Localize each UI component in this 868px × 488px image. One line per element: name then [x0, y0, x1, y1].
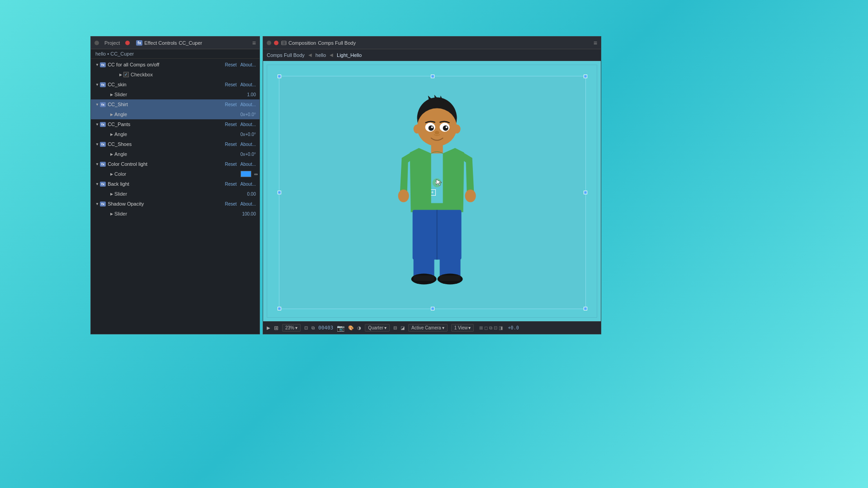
comp-menu-btn[interactable]: ≡ [594, 39, 597, 47]
expand-color-control[interactable]: ▼ [94, 161, 100, 167]
handle-top-left[interactable] [278, 75, 281, 78]
cc-shoes-about[interactable]: About... [239, 142, 258, 147]
comp-name-label: Comps Full Body [318, 40, 356, 46]
effect-group-back-light: ▼ fx Back light Reset About... ▶ Slider … [91, 179, 259, 199]
quality-dropdown[interactable]: Quarter ▾ [365, 324, 390, 332]
effect-controls-menu[interactable]: ≡ [252, 39, 256, 47]
cc-skin-about[interactable]: About... [239, 82, 258, 87]
comp-close-btn[interactable] [274, 41, 278, 45]
svg-point-19 [445, 127, 447, 128]
toolbar-color-icon[interactable]: 🎨 [348, 325, 354, 330]
handle-middle-right[interactable] [584, 191, 587, 194]
shoes-angle-value[interactable]: 0x+0.0° [241, 152, 256, 157]
cc-for-all-about[interactable]: About... [239, 62, 258, 67]
effect-row-checkbox[interactable]: ▶ Checkbox [91, 70, 259, 80]
effect-row-shadow-opacity[interactable]: ▼ fx Shadow Opacity Reset About... [91, 199, 259, 209]
viewport-inner-area: + [279, 76, 586, 309]
cc-shirt-reset[interactable]: Reset [223, 102, 238, 107]
toolbar-grid-icon[interactable]: ⊡ [304, 325, 308, 330]
comp-titlebar: Composition Comps Full Body ≡ [263, 37, 601, 49]
handle-bottom-left[interactable] [278, 307, 281, 310]
back-light-slider-value[interactable]: 0.00 [247, 192, 256, 197]
cc-for-all-reset[interactable]: Reset [223, 62, 238, 67]
camera-dropdown[interactable]: Active Camera ▾ [408, 324, 448, 332]
expand-cc-shirt[interactable]: ▼ [94, 102, 100, 107]
expand-pants-angle[interactable]: ▶ [109, 131, 114, 137]
toolbar-ruler-icon[interactable]: ⧉ [311, 325, 315, 331]
expand-shadow-opacity[interactable]: ▼ [94, 201, 100, 206]
effect-row-color[interactable]: ▶ Color ⇔ [91, 169, 259, 179]
nav-light-hello[interactable]: Light_Hello [337, 52, 362, 58]
back-light-about[interactable]: About... [239, 182, 258, 187]
handle-top-center[interactable] [431, 75, 434, 78]
effect-row-back-light-slider[interactable]: ▶ Slider 0.00 [91, 189, 259, 199]
expand-color[interactable]: ▶ [109, 171, 114, 177]
handle-middle-left[interactable] [278, 191, 281, 194]
expand-cc-shoes[interactable]: ▼ [94, 141, 100, 147]
skin-slider-value[interactable]: 1.00 [247, 92, 256, 97]
expand-shadow-slider[interactable]: ▶ [109, 211, 114, 216]
svg-rect-1 [282, 42, 283, 43]
handle-bottom-center[interactable] [431, 307, 434, 310]
effect-row-cc-shirt[interactable]: ▼ fx CC_Shirt Reset About... [91, 99, 259, 109]
svg-point-17 [443, 126, 448, 131]
effect-row-pants-angle[interactable]: ▶ Angle 0x+0.0° [91, 129, 259, 139]
expand-checkbox[interactable]: ▶ [118, 72, 123, 77]
views-dropdown[interactable]: 1 View ▾ [451, 324, 474, 332]
effect-row-back-light[interactable]: ▼ fx Back light Reset About... [91, 179, 259, 189]
toolbar-meter-icon[interactable]: ◑ [357, 325, 361, 330]
zoom-dropdown[interactable]: 23% ▾ [282, 324, 301, 332]
expand-shoes-angle[interactable]: ▶ [109, 151, 114, 157]
expand-cc-skin[interactable]: ▼ [94, 82, 100, 87]
effect-row-shadow-slider[interactable]: ▶ Slider 100.00 [91, 209, 259, 219]
comp-toolbar: ▶ ⊞ 23% ▾ ⊡ ⧉ 00403 📷 🎨 ◑ Quarter ▾ ⊟ ◪ … [263, 321, 601, 334]
effect-row-cc-for-all[interactable]: ▼ fx CC for all Comps on/off Reset About… [91, 60, 259, 70]
effect-row-color-control[interactable]: ▼ fx Color Control light Reset About... [91, 159, 259, 169]
shadow-opacity-about[interactable]: About... [239, 202, 258, 206]
handle-top-right[interactable] [584, 75, 587, 78]
color-swatch[interactable] [241, 171, 251, 177]
cc-pants-reset[interactable]: Reset [223, 122, 238, 127]
checkbox-element[interactable] [123, 72, 129, 77]
nav-arrow-1: ◀ [308, 52, 312, 57]
effect-controls-layer-name: CC_Cuper [179, 40, 202, 46]
expand-cc-for-all[interactable]: ▼ [94, 62, 100, 67]
svg-point-20 [434, 131, 439, 135]
expand-back-light[interactable]: ▼ [94, 181, 100, 187]
effect-row-cc-shoes[interactable]: ▼ fx CC_Shoes Reset About... [91, 139, 259, 149]
effect-row-shirt-angle[interactable]: ▶ Angle 0x+0.0° [91, 109, 259, 119]
cursor-icon [435, 178, 443, 186]
color-control-about[interactable]: About... [239, 162, 258, 167]
cc-shirt-about[interactable]: About... [239, 102, 258, 107]
nav-hello[interactable]: hello [316, 52, 326, 58]
shadow-opacity-reset[interactable]: Reset [223, 202, 238, 206]
nav-comps-full-body[interactable]: Comps Full Body [267, 52, 305, 58]
toolbar-camera-icon[interactable]: 📷 [337, 324, 344, 332]
effect-row-cc-skin[interactable]: ▼ fx CC_skin Reset About... [91, 80, 259, 89]
color-control-reset[interactable]: Reset [223, 162, 238, 167]
cc-shoes-reset[interactable]: Reset [223, 142, 238, 147]
effect-row-cc-pants[interactable]: ▼ fx CC_Pants Reset About... [91, 119, 259, 129]
cc-pants-about[interactable]: About... [239, 122, 258, 127]
svg-point-12 [413, 125, 420, 134]
expand-back-light-slider[interactable]: ▶ [109, 191, 114, 197]
back-light-reset[interactable]: Reset [223, 182, 238, 187]
toolbar-display-icon[interactable]: ⊟ [393, 325, 397, 330]
expand-shirt-angle[interactable]: ▶ [109, 112, 114, 117]
expand-skin-slider[interactable]: ▶ [109, 92, 114, 97]
comp-viewport[interactable]: + [263, 61, 601, 321]
pants-angle-value[interactable]: 0x+0.0° [241, 132, 256, 137]
toolbar-preview-icon[interactable]: ▶ [267, 325, 270, 330]
shirt-angle-value[interactable]: 0x+0.0° [241, 112, 256, 117]
shadow-slider-value[interactable]: 100.00 [242, 211, 256, 216]
toolbar-expand-icon[interactable]: ⊞ [274, 325, 278, 331]
effect-controls-close[interactable] [125, 41, 130, 45]
effect-row-shoes-angle[interactable]: ▶ Angle 0x+0.0° [91, 149, 259, 159]
handle-bottom-right[interactable] [584, 307, 587, 310]
expand-cc-pants[interactable]: ▼ [94, 122, 100, 127]
cc-skin-reset[interactable]: Reset [223, 82, 238, 87]
toolbar-alpha-icon[interactable]: ◪ [401, 325, 405, 330]
project-tab[interactable]: Project [102, 40, 123, 46]
effect-row-skin-slider[interactable]: ▶ Slider 1.00 [91, 89, 259, 99]
toolbar-time-offset[interactable]: +0.0 [508, 325, 519, 330]
